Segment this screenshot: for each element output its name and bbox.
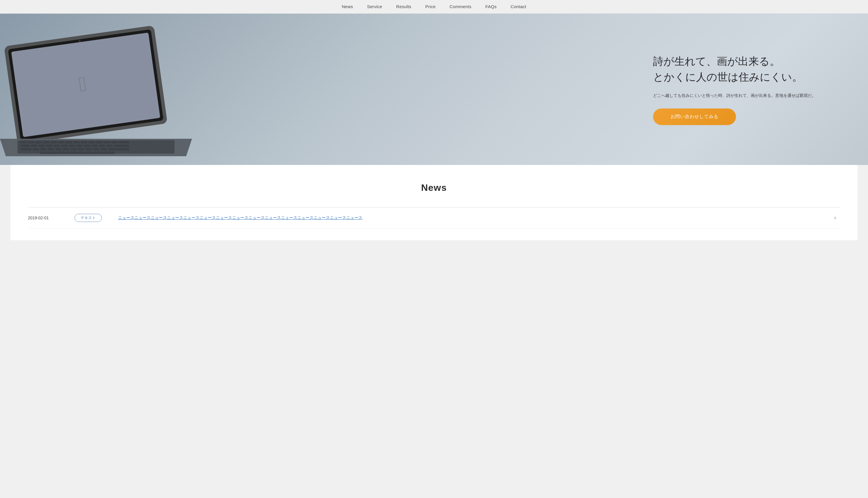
- svg-rect-16: [96, 141, 102, 143]
- svg-rect-19: [119, 141, 129, 143]
- hero-title: 詩が生れて、画が出来る。 とかくに人の世は住みにくい。: [653, 53, 816, 85]
- nav-link-service[interactable]: Service: [367, 4, 382, 9]
- svg-rect-10: [51, 141, 57, 143]
- news-link-row: ニュースニュースニュースニュースニュースニュースニュースニュースニュースニュース…: [118, 214, 840, 221]
- svg-rect-26: [69, 145, 75, 147]
- svg-rect-37: [55, 148, 62, 150]
- laptop-svg: : [0, 22, 198, 165]
- hero-description: どこへ越しても住みにくいと悟った時、詩が生れて、画が出来る。意地を通せば窮屈だ。: [653, 92, 816, 99]
- nav-list: News Service Results Price Comments FAQs…: [342, 4, 526, 9]
- news-arrow-icon: ›: [834, 215, 840, 221]
- svg-rect-8: [36, 141, 42, 143]
- hero-section: : [0, 14, 868, 165]
- svg-rect-39: [70, 148, 77, 150]
- svg-rect-25: [61, 145, 67, 147]
- news-link[interactable]: ニュースニュースニュースニュースニュースニュースニュースニュースニュースニュース…: [118, 214, 830, 221]
- news-heading: News: [28, 182, 840, 193]
- svg-rect-24: [53, 145, 60, 147]
- svg-rect-36: [48, 148, 54, 150]
- nav-item-faqs[interactable]: FAQs: [486, 4, 497, 9]
- news-tag-container: テキスト: [75, 214, 106, 222]
- hero-laptop-image: : [0, 22, 198, 165]
- nav-item-results[interactable]: Results: [396, 4, 411, 9]
- svg-rect-21: [31, 145, 37, 147]
- svg-rect-15: [89, 141, 95, 143]
- svg-rect-17: [104, 141, 110, 143]
- svg-rect-22: [38, 145, 45, 147]
- svg-rect-45: [40, 152, 115, 154]
- site-header: News Service Results Price Comments FAQs…: [0, 0, 868, 14]
- svg-rect-28: [84, 145, 90, 147]
- svg-rect-7: [28, 141, 34, 143]
- nav-link-news[interactable]: News: [342, 4, 353, 9]
- svg-rect-32: [114, 145, 129, 147]
- svg-rect-40: [78, 148, 84, 150]
- svg-rect-43: [101, 148, 107, 150]
- hero-title-line1: 詩が生れて、画が出来る。: [653, 55, 780, 67]
- nav-link-faqs[interactable]: FAQs: [486, 4, 497, 9]
- news-date: 2019-02-01: [28, 215, 63, 220]
- svg-rect-6: [21, 141, 27, 143]
- news-row: 2019-02-01 テキスト ニュースニュースニュースニュースニュースニュース…: [28, 207, 840, 228]
- nav-item-contact[interactable]: Contact: [511, 4, 526, 9]
- nav-item-news[interactable]: News: [342, 4, 353, 9]
- nav-link-results[interactable]: Results: [396, 4, 411, 9]
- svg-rect-33: [21, 148, 31, 150]
- svg-rect-11: [58, 141, 65, 143]
- svg-rect-34: [32, 148, 39, 150]
- nav-item-price[interactable]: Price: [425, 4, 436, 9]
- nav-link-contact[interactable]: Contact: [511, 4, 526, 9]
- hero-content: 詩が生れて、画が出来る。 とかくに人の世は住みにくい。 どこへ越しても住みにくい…: [653, 53, 816, 125]
- nav-link-price[interactable]: Price: [425, 4, 436, 9]
- svg-rect-44: [108, 148, 129, 150]
- svg-rect-30: [99, 145, 105, 147]
- svg-rect-13: [73, 141, 80, 143]
- svg-rect-42: [93, 148, 100, 150]
- news-section: News 2019-02-01 テキスト ニュースニュースニュースニュースニュー…: [11, 165, 857, 240]
- svg-rect-18: [111, 141, 118, 143]
- nav-item-comments[interactable]: Comments: [450, 4, 472, 9]
- hero-title-line2: とかくに人の世は住みにくい。: [653, 71, 803, 83]
- news-tag-badge: テキスト: [75, 214, 102, 222]
- svg-rect-35: [40, 148, 47, 150]
- svg-rect-38: [63, 148, 69, 150]
- svg-rect-9: [43, 141, 50, 143]
- svg-rect-12: [66, 141, 72, 143]
- nav-link-comments[interactable]: Comments: [450, 4, 472, 9]
- main-nav: News Service Results Price Comments FAQs…: [342, 4, 526, 9]
- svg-rect-27: [76, 145, 83, 147]
- svg-rect-31: [106, 145, 113, 147]
- nav-item-service[interactable]: Service: [367, 4, 382, 9]
- svg-rect-29: [91, 145, 98, 147]
- svg-rect-20: [21, 145, 30, 147]
- hero-cta-button[interactable]: お問い合わせしてみる: [653, 108, 736, 125]
- svg-rect-41: [86, 148, 92, 150]
- svg-rect-23: [46, 145, 52, 147]
- svg-rect-14: [81, 141, 87, 143]
